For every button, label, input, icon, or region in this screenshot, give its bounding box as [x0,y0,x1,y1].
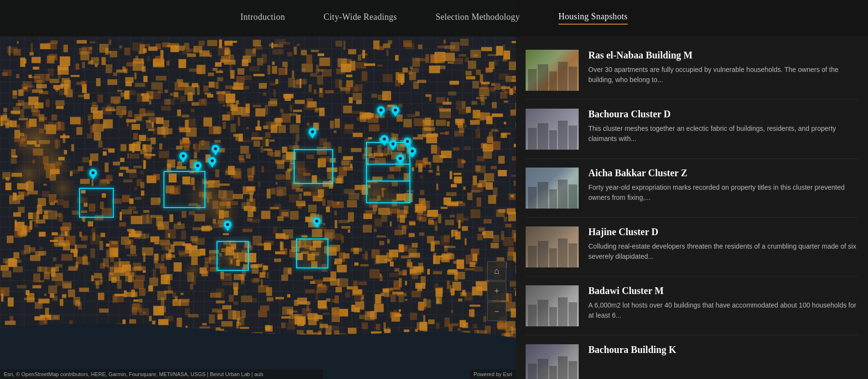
snapshot-desc-2: Forty year-old expropriation marks recor… [588,182,858,203]
snapshot-item-0[interactable]: Ras el-Nabaa Building MOver 30 apartment… [526,41,858,100]
zoom-out-button[interactable]: − [487,302,506,321]
nav-item-introduction[interactable]: Introduction [240,12,285,24]
map-attribution: Esri, © OpenStreetMap contributors, HERE… [0,369,323,379]
svg-rect-15 [528,246,537,267]
nav-item-housing-snapshots[interactable]: Housing Snapshots [558,12,628,25]
snapshot-thumbnail-5 [526,344,579,379]
snapshot-item-2[interactable]: Aicha Bakkar Cluster ZForty year-old exp… [526,159,858,218]
snapshot-item-4[interactable]: Badawi Cluster MA 6,000m2 lot hosts over… [526,277,858,336]
powered-by: Powered by Esri [470,369,516,379]
map-canvas [0,0,516,379]
svg-rect-7 [549,130,557,150]
snapshot-thumbnail-1 [526,109,579,150]
snapshot-title-5: Bachoura Building K [588,344,858,355]
svg-rect-10 [528,187,537,209]
snapshot-title-0: Ras el-Nabaa Building M [588,50,858,61]
svg-rect-23 [558,297,568,326]
svg-rect-0 [528,69,537,91]
snapshot-text-5: Bachoura Building K [588,344,858,379]
main-nav: IntroductionCity-Wide ReadingsSelection … [0,0,868,36]
svg-rect-5 [528,128,537,150]
svg-rect-11 [538,182,548,209]
svg-rect-22 [549,307,557,326]
svg-rect-16 [538,241,548,267]
nav-item-city-wide-readings[interactable]: City-Wide Readings [324,12,397,24]
svg-rect-8 [558,121,568,150]
snapshot-text-0: Ras el-Nabaa Building MOver 30 apartment… [588,50,858,91]
snapshot-desc-0: Over 30 apartments are fully occupied by… [588,65,858,85]
svg-rect-29 [569,361,577,379]
snapshot-text-3: Hajine Cluster DColluding real-estate de… [588,226,858,267]
svg-rect-27 [549,366,557,379]
nav-item-selection-methodology[interactable]: Selection Methodology [435,12,520,24]
snapshot-text-4: Badawi Cluster MA 6,000m2 lot hosts over… [588,285,858,326]
snapshot-thumbnail-4 [526,285,579,326]
svg-rect-12 [549,189,557,209]
svg-rect-25 [528,364,537,379]
map-container: ⌂ + − Esri, © OpenStreetMap contributors… [0,0,516,379]
snapshot-text-2: Aicha Bakkar Cluster ZForty year-old exp… [588,168,858,209]
home-button[interactable]: ⌂ [487,261,506,281]
svg-rect-9 [569,126,577,150]
zoom-in-button[interactable]: + [487,281,506,301]
map-controls: ⌂ + − [487,261,506,321]
snapshot-title-3: Hajine Cluster D [588,226,858,238]
svg-rect-1 [538,64,548,91]
svg-rect-4 [569,67,577,91]
snapshot-thumbnail-0 [526,50,579,91]
snapshot-desc-4: A 6,000m2 lot hosts over 40 buildings th… [588,300,858,321]
snapshot-thumbnail-2 [526,168,579,209]
svg-rect-14 [569,184,577,209]
svg-rect-3 [558,62,568,91]
snapshot-item-1[interactable]: Bachoura Cluster DThis cluster meshes to… [526,100,858,159]
snapshot-item-5[interactable]: Bachoura Building K [526,336,858,379]
snapshot-title-1: Bachoura Cluster D [588,109,858,120]
svg-rect-18 [558,239,568,267]
svg-rect-28 [558,356,568,379]
svg-rect-19 [569,243,577,267]
snapshot-desc-3: Colluding real-estate developers threate… [588,241,858,262]
svg-rect-24 [569,302,577,326]
svg-rect-13 [558,180,568,209]
svg-rect-2 [549,71,557,91]
housing-snapshots-sidebar: Ras el-Nabaa Building MOver 30 apartment… [516,36,868,379]
snapshot-item-3[interactable]: Hajine Cluster DColluding real-estate de… [526,218,858,277]
snapshot-title-4: Badawi Cluster M [588,285,858,296]
svg-rect-6 [538,123,548,150]
svg-rect-26 [538,359,548,379]
svg-rect-20 [528,305,537,326]
svg-rect-17 [549,248,557,267]
snapshot-desc-1: This cluster meshes together an eclectic… [588,124,858,144]
snapshot-title-2: Aicha Bakkar Cluster Z [588,168,858,179]
snapshot-thumbnail-3 [526,226,579,267]
snapshot-text-1: Bachoura Cluster DThis cluster meshes to… [588,109,858,150]
svg-rect-21 [538,300,548,326]
